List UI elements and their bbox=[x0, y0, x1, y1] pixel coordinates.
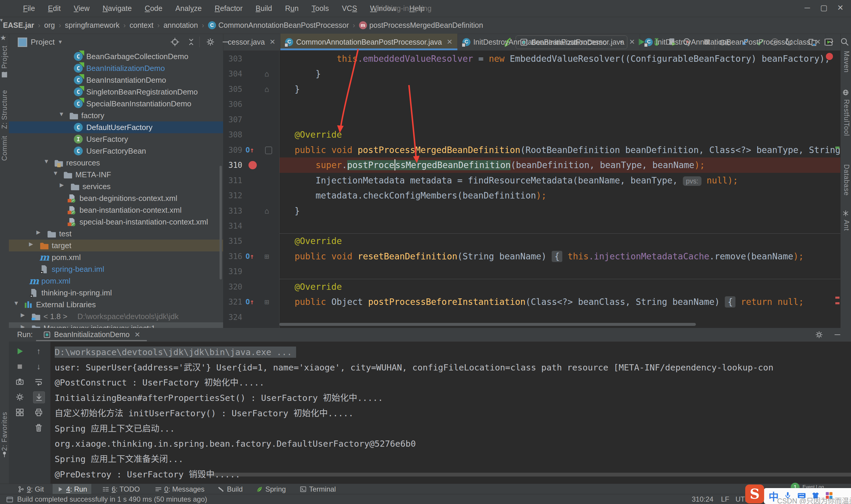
console-line[interactable]: 自定义初始化方法 initUserFactory() : UserFactory… bbox=[55, 406, 354, 421]
toolwindow-git[interactable]: 9: Git bbox=[13, 484, 48, 494]
minimize-button[interactable]: ─ bbox=[799, 1, 816, 14]
stripe-commit[interactable]: Commit bbox=[1, 136, 8, 161]
chevron-down-icon[interactable]: ▼ bbox=[53, 170, 58, 177]
console-line[interactable]: D:\workspace\devtools\jdk\jdk\bin\java.e… bbox=[55, 344, 296, 360]
tree-row[interactable]: mpom.xml bbox=[9, 275, 223, 287]
code-line[interactable]: 313⌂ } bbox=[223, 203, 840, 219]
tree-row[interactable]: bean-instantiation-context.xml bbox=[9, 204, 223, 216]
stripe-ant[interactable]: Ant bbox=[843, 220, 850, 231]
code-line[interactable]: 311 InjectionMetadata metadata = findRes… bbox=[223, 173, 840, 188]
toolwindow-spring[interactable]: Spring bbox=[252, 484, 290, 494]
chevron-down-icon[interactable]: ▼ bbox=[13, 300, 19, 307]
breadcrumb-item[interactable]: CCommonAnnotationBeanPostProcessor bbox=[208, 21, 349, 30]
menu-navigate[interactable]: Navigate bbox=[96, 0, 138, 17]
code-line[interactable]: 321O↑⊞ public Object postProcessBeforeIn… bbox=[223, 294, 840, 310]
code-line[interactable]: 310 super.postProcessMergedBeanDefinitio… bbox=[223, 158, 840, 173]
ant-icon[interactable] bbox=[842, 210, 849, 217]
run-tab[interactable]: BeanInitializationDemo✕ bbox=[43, 328, 140, 341]
chevron-right-icon[interactable]: ▶ bbox=[36, 229, 40, 235]
code-editor[interactable]: 303 this.embeddedValueResolver = new Emb… bbox=[223, 51, 840, 328]
code-line[interactable]: 304⌂ } bbox=[223, 66, 840, 82]
menu-analyze[interactable]: Analyze bbox=[169, 0, 208, 17]
stripe-2-favorites[interactable]: 2: Favorites bbox=[1, 412, 8, 451]
tree-row[interactable]: CBeanInstantiationDemo bbox=[9, 74, 223, 86]
code-line[interactable]: 308 @Override bbox=[223, 127, 840, 142]
tree-row[interactable]: spring-bean.iml bbox=[9, 263, 223, 275]
close-button[interactable]: ✕ bbox=[832, 1, 849, 14]
stripe-z-structure[interactable]: Z: Structure bbox=[1, 90, 8, 129]
tree-row[interactable]: IUserFactory bbox=[9, 133, 223, 145]
trash-button[interactable] bbox=[33, 422, 44, 433]
hidden-tabs-chevron-icon[interactable]: ⌄ bbox=[828, 35, 835, 45]
code-line[interactable]: 306 bbox=[223, 96, 840, 112]
menu-edit[interactable]: Edit bbox=[41, 0, 67, 17]
up-button[interactable]: ↑ bbox=[33, 346, 44, 357]
star-icon[interactable]: ★ bbox=[0, 34, 6, 42]
stripe-database[interactable]: Database bbox=[843, 164, 850, 196]
toolwindow-terminal[interactable]: Terminal bbox=[295, 484, 340, 494]
window-layout-icon[interactable] bbox=[6, 496, 14, 504]
fold-expand-icon[interactable]: ⊞ bbox=[265, 294, 269, 310]
chevron-down-icon[interactable]: ▼ bbox=[58, 111, 65, 118]
gear-button[interactable] bbox=[14, 392, 25, 403]
breadcrumb-item[interactable]: springframework bbox=[65, 21, 120, 30]
tree-row[interactable]: CBeanGarbageCollectionDemo bbox=[9, 51, 223, 62]
tree-row[interactable]: ▶< 1.8 > D:\workspace\devtools\jdk\jdk bbox=[9, 310, 223, 322]
chevron-right-icon[interactable]: ▶ bbox=[29, 241, 33, 247]
close-icon[interactable]: ✕ bbox=[815, 38, 821, 46]
code-line[interactable]: 314 bbox=[223, 218, 840, 234]
menu-tools[interactable]: Tools bbox=[305, 0, 336, 17]
breadcrumb-item[interactable]: EASE.jar bbox=[3, 21, 34, 30]
editor-hscrollbar[interactable] bbox=[279, 323, 696, 326]
override-gutter-icon[interactable]: O↑ bbox=[246, 142, 254, 158]
play-button[interactable] bbox=[14, 346, 25, 357]
chevron-right-icon[interactable]: ▶ bbox=[21, 312, 25, 318]
toolwindow-todo[interactable]: 6: TODO bbox=[98, 484, 144, 494]
chevron-right-icon[interactable]: ▶ bbox=[21, 324, 25, 328]
grid-button[interactable] bbox=[14, 407, 25, 418]
console-line[interactable]: @PreDestroy : UserFactory 销毁中..... bbox=[55, 467, 240, 482]
code-line[interactable]: 319 bbox=[223, 264, 840, 279]
gear-button[interactable] bbox=[204, 35, 217, 49]
code-line[interactable]: 316O↑⊞ public void resetBeanDefinition(S… bbox=[223, 249, 840, 264]
editor-tab[interactable]: CInitDestroyAnnotationBeanPostProcessor.… bbox=[458, 34, 640, 50]
override-gutter-icon[interactable]: O↑ bbox=[246, 294, 254, 310]
fold-expand-icon[interactable]: ⊞ bbox=[265, 249, 269, 264]
close-icon[interactable]: ✕ bbox=[270, 38, 275, 46]
tree-row[interactable]: ▶test bbox=[9, 228, 223, 239]
down-button[interactable]: ↓ bbox=[33, 361, 44, 372]
breakpoint-icon[interactable] bbox=[249, 161, 257, 169]
menu-vcs[interactable]: VCS bbox=[336, 0, 363, 17]
toolwindow-messages[interactable]: 0: Messages bbox=[151, 484, 209, 494]
chevron-down-icon[interactable]: ▼ bbox=[43, 158, 49, 165]
fold-end-icon[interactable]: ⌂ bbox=[265, 82, 269, 97]
locate-button[interactable] bbox=[168, 35, 181, 49]
menu-run[interactable]: Run bbox=[279, 0, 305, 17]
scrollend-button[interactable] bbox=[33, 392, 45, 403]
close-icon[interactable]: ✕ bbox=[447, 38, 453, 46]
console-line[interactable]: @PostConstruct : UserFactory 初始化中..... bbox=[55, 375, 265, 390]
editor-tab[interactable]: CCommonAnnotationBeanPostProcessor.java✕ bbox=[280, 34, 457, 50]
console-line[interactable]: InitializingBean#afterPropertiesSet() : … bbox=[55, 390, 383, 406]
tree-row[interactable]: ▶Maven: javax.inject:javax.inject:1 bbox=[9, 322, 223, 328]
tree-row[interactable]: ▼factory bbox=[9, 110, 223, 122]
breadcrumb-item[interactable]: context bbox=[130, 21, 153, 30]
menu-build[interactable]: Build bbox=[249, 0, 279, 17]
breadcrumb-item[interactable]: org bbox=[44, 21, 55, 30]
maximize-button[interactable]: ▢ bbox=[816, 1, 832, 14]
menu-file[interactable]: File bbox=[17, 0, 41, 17]
code-line[interactable]: 324 bbox=[223, 310, 840, 325]
toolwindow-run[interactable]: 4: Run bbox=[53, 484, 91, 494]
tree-row[interactable]: CDefaultUserFactory bbox=[9, 122, 223, 133]
tree-row[interactable]: ▼META-INF bbox=[9, 169, 223, 180]
stripe-restfultool[interactable]: RestfulTool bbox=[843, 99, 850, 136]
line-separator[interactable]: LF bbox=[721, 495, 729, 503]
tree-row[interactable]: ▼resources bbox=[9, 157, 223, 169]
code-line[interactable]: 307 bbox=[223, 112, 840, 127]
fold-start-icon[interactable] bbox=[265, 146, 272, 154]
hide-button[interactable] bbox=[831, 328, 844, 341]
fold-end-icon[interactable]: ⌂ bbox=[265, 203, 269, 219]
console-line[interactable]: Spring 应用上下文准备关闭... bbox=[55, 451, 183, 467]
tree-row[interactable]: ▶target bbox=[9, 239, 223, 251]
code-line[interactable]: 312 metadata.checkConfigMembers(beanDefi… bbox=[223, 188, 840, 203]
